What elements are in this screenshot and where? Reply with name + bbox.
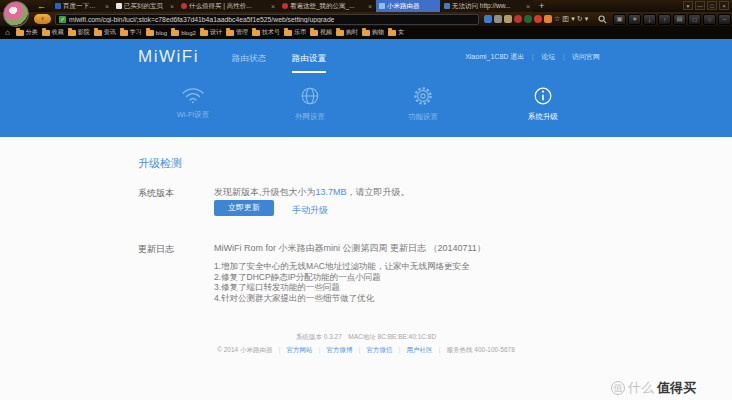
official-wechat-link[interactable]: 官方微信 <box>367 346 393 353</box>
site-header: MiWiFi 路由状态 路由设置 Xiaomi_1C8D 退出 ｜ 论坛 ｜ 访… <box>0 39 732 137</box>
tab-baidu[interactable]: 百度一下，你就知道 × <box>52 0 112 12</box>
toolbar-button[interactable]: ▤ <box>673 14 686 25</box>
folder-icon <box>16 30 24 36</box>
extension-icon[interactable] <box>534 15 542 23</box>
account-logout-link[interactable]: Xiaomi_1C8D 退出 <box>465 52 524 62</box>
bookmark-folder[interactable]: 视频 <box>310 28 332 37</box>
url-field[interactable]: ✓ miwifi.com/cgi-bin/luci/;stok=c78ed6fa… <box>55 14 479 25</box>
toolbar-button[interactable]: ↓ <box>643 14 656 25</box>
bookmark-folder[interactable]: 分类 <box>16 28 38 37</box>
tab-close-icon[interactable]: × <box>526 3 530 10</box>
bookmark-label: 设计 <box>210 28 222 37</box>
bookmark-label: 分类 <box>26 28 38 37</box>
tab-close-icon[interactable]: × <box>170 3 174 10</box>
bookmark-folder[interactable]: 设计 <box>200 28 222 37</box>
menu-button[interactable]: ▾ <box>683 1 693 10</box>
bookmark-folder[interactable]: 资讯 <box>94 28 116 37</box>
tab-miwifi-active[interactable]: 小米路由器 <box>376 0 440 12</box>
extension-icon[interactable] <box>524 15 532 23</box>
user-community-link[interactable]: 用户社区 <box>407 346 433 353</box>
bookmark-folder[interactable]: 收藏 <box>42 28 64 37</box>
smzdm-badge-icon: 值 <box>611 381 625 395</box>
tab-wifi-settings[interactable]: Wi-Fi设置 <box>133 86 253 120</box>
bookmark-label: 购物 <box>372 28 384 37</box>
toolbar-button[interactable]: ∗ <box>628 14 641 25</box>
separator: ｜ <box>356 346 362 353</box>
info-icon <box>533 92 553 109</box>
address-bar: ‹ ✓ miwifi.com/cgi-bin/luci/;stok=c78ed6… <box>0 12 732 26</box>
chevron-down-icon[interactable]: ▾ <box>585 15 589 23</box>
service-hotline: 服务热线 400-100-5678 <box>447 346 515 353</box>
separator: ｜ <box>316 346 322 353</box>
official-weibo-link[interactable]: 官方微博 <box>327 346 353 353</box>
nav-router-status[interactable]: 路由状态 <box>232 53 266 73</box>
browser-menu-avatar[interactable] <box>3 1 29 27</box>
nav-router-settings[interactable]: 路由设置 <box>292 53 326 73</box>
extension-icon[interactable] <box>514 15 522 23</box>
bookmark-folder[interactable]: 乐币 <box>284 28 306 37</box>
new-tab-button[interactable]: + <box>539 1 544 11</box>
miwifi-logo: MiWiFi <box>138 47 199 67</box>
update-now-button[interactable]: 立即更新 <box>214 200 274 216</box>
bookmark-folder[interactable]: 女 <box>388 28 404 37</box>
tab-close-icon[interactable]: × <box>368 3 372 10</box>
tab-unreachable[interactable]: 无法访问 http://ww... × <box>441 0 533 12</box>
bookmark-folder[interactable]: blog2 <box>171 30 196 36</box>
bookmark-folder[interactable]: 技术号 <box>252 28 280 37</box>
back-arrow-icon[interactable]: ← <box>37 0 46 12</box>
main-nav: 路由状态 路由设置 <box>232 53 326 73</box>
chevron-down-icon[interactable]: ▾ <box>571 15 575 23</box>
official-website-link[interactable]: 官方网站 <box>287 346 313 353</box>
tab-label: Wi-Fi设置 <box>133 110 253 120</box>
extension-icon[interactable] <box>544 15 552 23</box>
home-icon[interactable]: ⌂ <box>5 28 10 37</box>
update-available-text: 发现新版本,升级包大小为13.7MB，请立即升级。 <box>214 186 410 199</box>
manual-upgrade-link[interactable]: 手动升级 <box>292 204 328 217</box>
folder-icon <box>94 30 102 36</box>
search-icon[interactable] <box>598 15 607 24</box>
toolbar-button[interactable]: ↑ <box>658 14 671 25</box>
toolbar-button[interactable]: ▣ <box>613 14 626 25</box>
tabs: 百度一下，你就知道 × 已买到的宝贝 × 什么值得买 | 高性价... × 看遍… <box>52 0 544 12</box>
page-title: 升级检测 <box>138 156 182 171</box>
tab-close-icon[interactable]: × <box>271 3 275 10</box>
tab-system-upgrade[interactable]: 系统升级 <box>483 86 603 122</box>
forum-link[interactable]: 论坛 <box>541 52 555 62</box>
folder-icon <box>336 30 344 36</box>
bookmark-folder[interactable]: 影院 <box>68 28 90 37</box>
extension-icon[interactable] <box>494 15 502 23</box>
folder-icon <box>68 30 76 36</box>
toolbar-button[interactable]: □ <box>688 14 701 25</box>
bookmark-folder[interactable]: blog <box>146 30 167 36</box>
minimize-button[interactable]: — <box>695 1 705 10</box>
close-button[interactable]: × <box>719 1 729 10</box>
update-size: 13.7MB <box>316 187 347 197</box>
back-button[interactable]: ‹ <box>34 14 51 24</box>
extension-icon[interactable] <box>504 15 512 23</box>
tab-smzdm[interactable]: 什么值得买 | 高性价... × <box>178 0 278 12</box>
tab-function-settings[interactable]: 功能设置 <box>363 86 483 122</box>
bookmark-label: 乐币 <box>294 28 306 37</box>
bookmark-folder[interactable]: 购物 <box>362 28 384 37</box>
footer-links-row: © 2014 小米路由器 ｜ 官方网站 ｜ 官方微博 ｜ 官方微信 ｜ 用户社区… <box>0 346 732 355</box>
refresh-icon[interactable]: ↻ <box>577 15 583 23</box>
extension-icon[interactable] <box>484 15 492 23</box>
separator: ｜ <box>436 346 442 353</box>
bookmark-folder[interactable]: 学习 <box>120 28 142 37</box>
bookmark-folder[interactable]: 管理 <box>226 28 248 37</box>
bookmark-folder[interactable]: 购时 <box>336 28 358 37</box>
tab-title: 看遍这些_我的公寓_... <box>290 2 365 11</box>
tab-smzdm-article[interactable]: 看遍这些_我的公寓_... × <box>279 0 375 12</box>
toolbar-button[interactable]: ○ <box>703 14 716 25</box>
tab-taobao-orders[interactable]: 已买到的宝贝 × <box>113 0 177 12</box>
footer-system-info: 系统版本 0.3.27 MAC地址 8C:BE:BE:40:1C:8D <box>0 333 732 342</box>
tab-close-icon[interactable]: × <box>105 3 109 10</box>
browser-chrome: ← 百度一下，你就知道 × 已买到的宝贝 × 什么值得买 | 高性价... × … <box>0 0 732 39</box>
maximize-button[interactable]: □ <box>707 1 717 10</box>
toolbar-button[interactable]: − <box>718 14 731 25</box>
image-tool-icon[interactable]: 图 <box>562 14 569 24</box>
tab-label: 系统升级 <box>483 112 603 122</box>
official-site-link[interactable]: 访问官网 <box>572 52 600 62</box>
tab-wan-settings[interactable]: 外网设置 <box>250 86 370 122</box>
bookmark-star-icon[interactable]: ☆ <box>554 15 560 23</box>
